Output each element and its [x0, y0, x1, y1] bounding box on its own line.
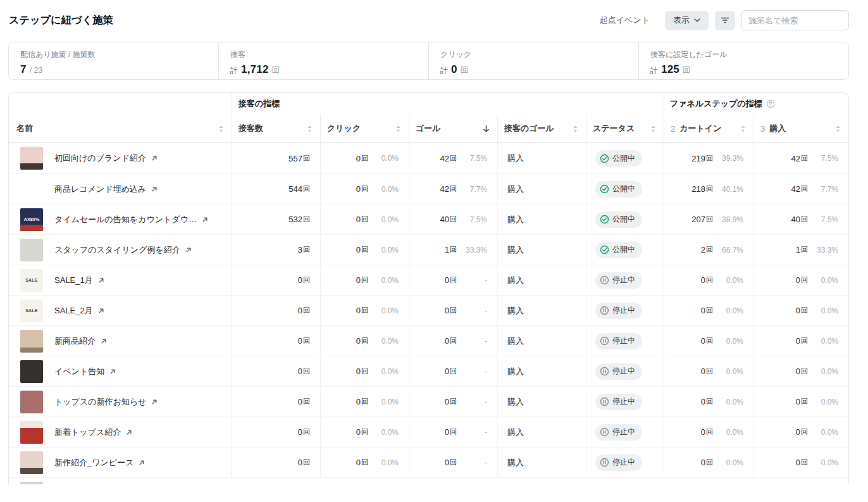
sessions-cell: 0回: [232, 448, 320, 477]
search-input[interactable]: [741, 10, 849, 30]
page: ステップに紐づく施策 起点イベント 表示 配信あり施策 / 施策数7/ 23接客…: [0, 0, 868, 502]
sessions-cell: 532回: [232, 204, 320, 234]
card-value-row: 計1,712回: [230, 63, 417, 76]
campaign-name-cell: SALESALE_1月: [9, 265, 232, 295]
count-value: 219: [691, 154, 705, 163]
column-header-sessions[interactable]: 接客数: [232, 115, 320, 142]
filter-button[interactable]: [715, 11, 735, 30]
count-value: 0: [445, 275, 449, 285]
percent-value: 66.7%: [716, 246, 743, 254]
status-badge: 停止中: [595, 424, 642, 441]
count-value: 0: [356, 367, 361, 376]
percent-value: 0.0%: [810, 428, 838, 437]
campaign-name-cell: AX80%タイムセールの告知をカウントダウ…: [9, 204, 232, 234]
check-circle-icon: [600, 245, 609, 254]
external-link-icon[interactable]: [151, 398, 158, 406]
session-goal-cell: 購入: [497, 417, 586, 447]
percent-value: 7.5%: [810, 154, 838, 163]
count-unit: 回: [303, 184, 310, 194]
summary-card: 接客に設定したゴール計125回: [638, 42, 848, 79]
status-label: 公開中: [612, 244, 635, 255]
chevron-down-icon: [694, 18, 700, 22]
summary-card: 接客計1,712回: [218, 42, 428, 79]
goals-cell: 0回-: [409, 417, 497, 447]
table-body: 初回向けのブランド紹介557回0回0.0%42回7.5%購入公開中219回39.…: [9, 143, 848, 484]
count-value: 0: [356, 427, 361, 437]
count-unit: 回: [303, 367, 310, 376]
campaign-name: SALE_2月: [54, 305, 93, 317]
column-header-step3[interactable]: 3 購入: [753, 115, 848, 142]
count-value: 0: [445, 397, 449, 406]
percent-value: -: [459, 428, 487, 437]
percent-value: 0.0%: [716, 458, 743, 467]
external-link-icon[interactable]: [97, 307, 105, 315]
percent-value: 7.5%: [459, 154, 487, 163]
pause-circle-icon: [600, 336, 609, 346]
column-header-session-goal[interactable]: 接客のゴール: [497, 115, 586, 142]
count-unit: 回: [706, 184, 713, 194]
origin-event-label: 起点イベント: [600, 15, 650, 26]
count-value: 0: [298, 336, 302, 346]
external-link-icon[interactable]: [151, 154, 158, 162]
count-unit: 回: [450, 336, 457, 346]
campaign-name-cell: 新商品紹介: [9, 326, 232, 356]
count-value: 0: [298, 397, 302, 406]
pause-circle-icon: [600, 306, 609, 315]
group-header-label: ファネルステップの指標: [670, 98, 762, 110]
external-link-icon[interactable]: [151, 185, 158, 193]
percent-value: 0.0%: [371, 458, 399, 467]
count-unit: 回: [801, 427, 808, 437]
count-unit: 回: [450, 245, 457, 254]
summary-card: 配信あり施策 / 施策数7/ 23: [9, 42, 218, 79]
goals-cell: 0回-: [409, 326, 497, 356]
step2-cell: 207回38.9%: [664, 204, 753, 234]
external-link-icon[interactable]: [100, 337, 108, 345]
card-suffix: / 23: [30, 66, 43, 75]
percent-value: 0.0%: [371, 276, 399, 285]
column-header-name[interactable]: 名前: [9, 115, 232, 142]
campaign-name: タイムセールの告知をカウントダウ…: [54, 214, 197, 225]
count-value: 557: [288, 154, 302, 163]
count-value: 0: [445, 336, 449, 346]
percent-value: 0.0%: [371, 154, 399, 163]
status-cell: 公開中: [586, 174, 664, 204]
table-row: 初回向けのブランド紹介557回0回0.0%42回7.5%購入公開中219回39.…: [9, 143, 848, 173]
count-unit: 回: [706, 397, 713, 406]
help-icon[interactable]: [766, 99, 775, 108]
count-value: 0: [298, 427, 302, 437]
column-header-status[interactable]: ステータス: [586, 115, 664, 142]
external-link-icon[interactable]: [125, 429, 133, 436]
count-unit: 回: [801, 184, 808, 194]
sort-icon: [395, 125, 401, 133]
external-link-icon[interactable]: [138, 459, 146, 467]
sort-icon: [835, 125, 841, 133]
campaign-thumbnail: [20, 239, 43, 261]
goals-cell: 0回-: [409, 265, 497, 295]
column-header-goals[interactable]: ゴール: [409, 115, 497, 142]
column-header-clicks[interactable]: クリック: [320, 115, 409, 142]
display-dropdown[interactable]: 表示: [665, 11, 709, 30]
session-goal-cell: 購入: [497, 174, 586, 204]
topbar: ステップに紐づく施策 起点イベント 表示: [0, 0, 868, 30]
card-prefix: 計: [650, 65, 658, 76]
table-header-row: 名前 接客数 クリック ゴール: [9, 115, 848, 143]
external-link-icon[interactable]: [109, 368, 116, 375]
check-circle-icon: [600, 154, 609, 163]
goals-cell: 0回-: [409, 448, 497, 477]
count-value: 2: [701, 245, 705, 254]
count-value: 0: [356, 397, 361, 406]
campaign-name: 初回向けのブランド紹介: [54, 153, 146, 164]
external-link-icon[interactable]: [97, 277, 105, 284]
column-header-step2[interactable]: 2 カートイン: [664, 115, 753, 142]
group-header-spacer: [9, 93, 232, 115]
external-link-icon[interactable]: [201, 216, 209, 223]
status-label: 停止中: [612, 305, 635, 316]
percent-value: -: [459, 367, 487, 376]
external-link-icon[interactable]: [185, 246, 192, 254]
percent-value: 0.0%: [810, 276, 838, 285]
count-unit: 回: [706, 367, 713, 376]
card-value-row: 計0回: [440, 63, 627, 76]
status-label: 公開中: [612, 153, 635, 164]
column-label: 接客数: [239, 123, 263, 134]
percent-value: 0.0%: [716, 398, 743, 406]
